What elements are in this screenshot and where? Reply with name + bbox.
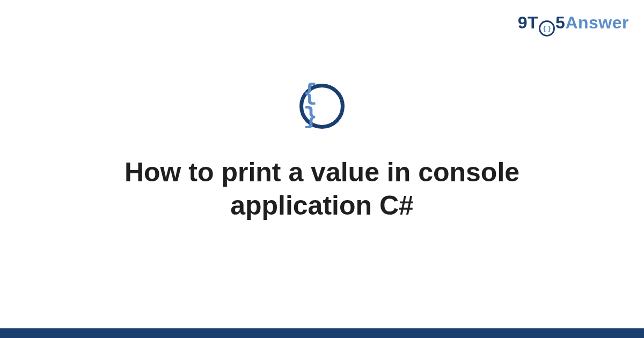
footer-accent-bar — [0, 328, 644, 338]
code-braces-icon: { } — [299, 84, 345, 129]
page-title: How to print a value in console applicat… — [70, 156, 574, 223]
main-content: { } How to print a value in console appl… — [0, 0, 644, 338]
braces-glyph: { } — [303, 82, 341, 129]
